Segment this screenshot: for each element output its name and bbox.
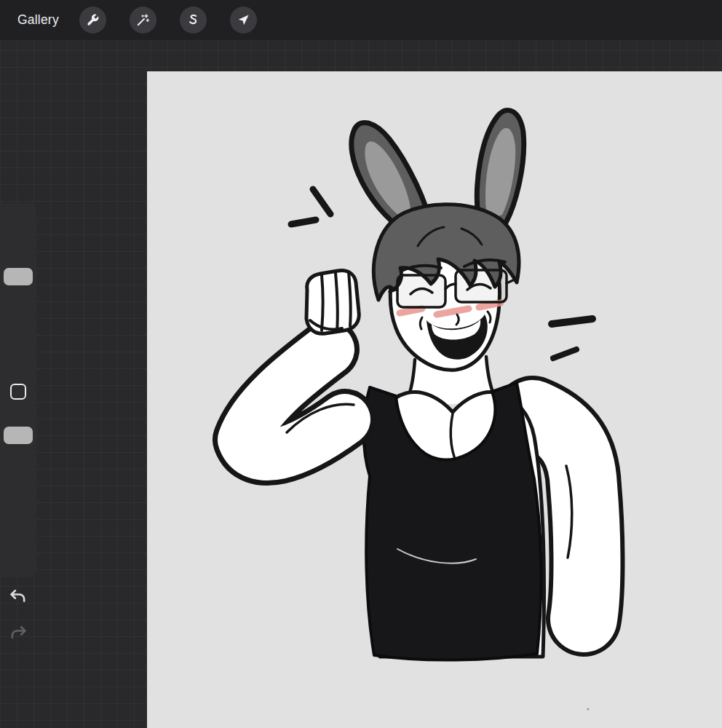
redo-arrow-icon [8, 635, 28, 646]
gallery-button[interactable]: Gallery [17, 12, 59, 28]
undo-arrow-icon [8, 598, 28, 609]
opacity-slider-handle[interactable] [4, 427, 33, 444]
modify-button[interactable] [10, 384, 26, 400]
transform-arrow-icon [237, 13, 250, 27]
brush-sidebar [0, 203, 36, 577]
magic-wand-icon [136, 13, 150, 27]
selection-s-icon [186, 13, 200, 27]
selection-button[interactable] [180, 7, 207, 33]
redo-button[interactable] [7, 622, 30, 646]
drawing-canvas[interactable] [147, 71, 722, 728]
adjustments-button[interactable] [130, 7, 156, 33]
drawing-app-window: Gallery [0, 0, 722, 728]
wrench-icon [86, 13, 100, 27]
actions-button[interactable] [79, 7, 106, 33]
undo-button[interactable] [7, 586, 30, 609]
bunny-character-drawing [147, 71, 722, 728]
top-toolbar: Gallery [0, 0, 722, 40]
brush-size-slider-handle[interactable] [4, 268, 33, 285]
transform-button[interactable] [230, 7, 257, 33]
